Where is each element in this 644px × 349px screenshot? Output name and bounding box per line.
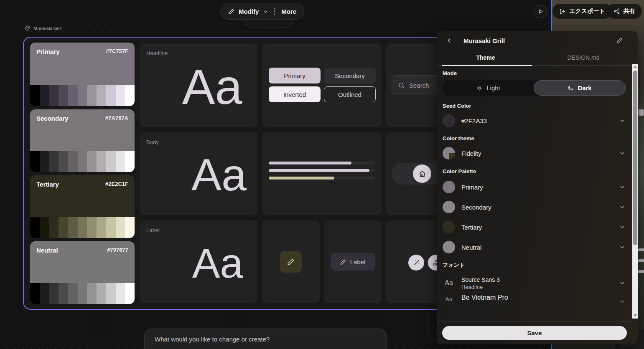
demo-button-outlined[interactable]: Outlined bbox=[324, 86, 376, 102]
toolbar-flyout-edge bbox=[244, 19, 293, 28]
panel-scrollbar[interactable] bbox=[632, 64, 638, 319]
pencil-icon bbox=[228, 8, 234, 15]
swatch-card-tertiary[interactable]: Tertiary #2E2C1F bbox=[30, 175, 135, 238]
share-button[interactable]: 共有 bbox=[607, 4, 642, 19]
ramp-cell bbox=[59, 151, 68, 172]
search-placeholder: Search bbox=[409, 82, 429, 89]
seed-color-row[interactable]: #2F2A33 bbox=[443, 113, 626, 129]
swatch-name: Neutral bbox=[36, 247, 58, 278]
sun-icon bbox=[476, 85, 483, 91]
chevron-down-icon[interactable] bbox=[619, 298, 626, 305]
swatch-card-neutral[interactable]: Neutral #797677 bbox=[30, 241, 135, 304]
chevron-down-icon[interactable] bbox=[619, 244, 626, 250]
demo-button-secondary[interactable]: Secondary bbox=[324, 68, 376, 83]
chevron-down-icon[interactable] bbox=[619, 150, 626, 157]
ramp-cell bbox=[49, 283, 59, 304]
chevron-down-icon[interactable] bbox=[619, 224, 626, 230]
palette-name: Neutral bbox=[461, 244, 481, 251]
chevron-down-icon[interactable] bbox=[619, 204, 626, 210]
mode-segmented-control: Light Dark bbox=[443, 80, 626, 96]
mode-option-light[interactable]: Light bbox=[443, 80, 534, 96]
swatch-hex: #2E2C1F bbox=[105, 181, 128, 212]
home-button[interactable] bbox=[413, 164, 431, 183]
progress-fill bbox=[269, 162, 351, 164]
type-card-label: Headline bbox=[146, 50, 168, 56]
preview-mark bbox=[638, 248, 644, 251]
swatch-card-secondary[interactable]: Secondary #7A767A bbox=[30, 109, 135, 172]
chevron-down-icon[interactable] bbox=[619, 184, 626, 190]
app-root: Murasaki Grill Primary #7C757F Secondary… bbox=[0, 0, 644, 349]
edit-square-button[interactable] bbox=[280, 251, 302, 273]
chevron-down-icon[interactable] bbox=[263, 9, 268, 14]
palette-row-tertiary[interactable]: Tertiary bbox=[443, 217, 626, 237]
rename-pencil-icon[interactable] bbox=[616, 37, 623, 44]
swatch-name: Secondary bbox=[36, 115, 69, 146]
ramp-cell bbox=[125, 85, 135, 106]
ramp-cell bbox=[78, 151, 87, 172]
progress-bars-card bbox=[262, 132, 382, 215]
preview-mark bbox=[638, 270, 644, 273]
type-card-label[interactable]: Label Aa bbox=[140, 220, 257, 303]
swatch-hex: #7A767A bbox=[105, 115, 128, 146]
tab-theme[interactable]: Theme bbox=[437, 50, 535, 65]
swatch-name: Tertiary bbox=[36, 181, 59, 212]
label-demo-button[interactable]: Label bbox=[331, 253, 375, 271]
font-info: Source Sans 3 Headline bbox=[461, 276, 500, 290]
canvas-title[interactable]: Murasaki Grill bbox=[25, 25, 61, 31]
ramp-cell bbox=[68, 283, 78, 304]
color-theme-row[interactable]: Fidelity bbox=[443, 145, 626, 161]
tab-design-md[interactable]: DESIGN.md bbox=[535, 50, 632, 65]
progress-fill bbox=[269, 169, 369, 172]
palette-row-neutral[interactable]: Neutral bbox=[443, 237, 626, 257]
ramp-cell bbox=[106, 85, 116, 106]
share-icon bbox=[613, 8, 620, 15]
type-card-body[interactable]: Body Aa bbox=[140, 132, 257, 215]
font-row-headline[interactable]: Aa Source Sans 3 Headline bbox=[443, 274, 626, 292]
ramp-cell bbox=[78, 217, 87, 238]
palette-name: Tertiary bbox=[461, 224, 482, 231]
chevron-down-icon[interactable] bbox=[619, 280, 626, 286]
scrollbar-thumb[interactable] bbox=[633, 71, 637, 245]
ramp-cell bbox=[116, 283, 125, 304]
ramp-cell bbox=[116, 217, 125, 238]
ramp-cell bbox=[97, 217, 106, 238]
export-button[interactable]: エクスポート bbox=[552, 4, 612, 19]
ramp-cell bbox=[97, 151, 106, 172]
search-icon bbox=[398, 82, 405, 89]
palette-row-secondary[interactable]: Secondary bbox=[443, 197, 626, 217]
swatch-card-primary[interactable]: Primary #7C757F bbox=[30, 43, 135, 106]
progress-track bbox=[269, 177, 375, 180]
palette-icon bbox=[25, 25, 31, 31]
magic-wand-button[interactable] bbox=[408, 255, 424, 271]
chevron-down-icon[interactable] bbox=[619, 117, 626, 124]
demo-button-primary[interactable]: Primary bbox=[269, 68, 321, 83]
demo-button-inverted[interactable]: Inverted bbox=[269, 86, 321, 102]
palette-row-primary[interactable]: Primary bbox=[443, 177, 626, 197]
pencil-icon bbox=[287, 258, 295, 266]
back-icon[interactable] bbox=[446, 37, 453, 44]
fonts-section-label: フォント bbox=[443, 261, 626, 269]
ramp-cell bbox=[116, 85, 125, 106]
scroll-up-arrow[interactable] bbox=[634, 66, 637, 68]
play-button[interactable] bbox=[534, 5, 547, 18]
mode-option-dark[interactable]: Dark bbox=[534, 80, 626, 96]
modify-button[interactable]: Modify bbox=[239, 8, 259, 15]
more-button[interactable]: More bbox=[281, 8, 296, 15]
font-row-body[interactable]: Aa Be Vietnam Pro bbox=[443, 294, 626, 312]
chat-prompt-input[interactable]: What would you like to change or create? bbox=[144, 329, 387, 349]
headline-sample: Aa bbox=[182, 62, 242, 111]
font-aa-icon: Aa bbox=[443, 279, 455, 287]
type-card-label: Label bbox=[146, 227, 160, 233]
type-card-headline[interactable]: Headline Aa bbox=[140, 43, 257, 127]
font-family: Be Vietnam Pro bbox=[461, 294, 508, 301]
ramp-cell bbox=[49, 85, 59, 106]
ramp-cell bbox=[49, 217, 59, 238]
label-demo-text: Label bbox=[350, 258, 366, 266]
ramp-cell bbox=[40, 217, 49, 238]
mode-dark-label: Dark bbox=[578, 84, 591, 91]
swatch-head: Neutral #797677 bbox=[30, 241, 135, 283]
scroll-down-arrow[interactable] bbox=[634, 314, 637, 317]
ramp-cell bbox=[106, 283, 116, 304]
save-button[interactable]: Save bbox=[442, 326, 627, 340]
body-sample: Aa bbox=[191, 152, 247, 197]
